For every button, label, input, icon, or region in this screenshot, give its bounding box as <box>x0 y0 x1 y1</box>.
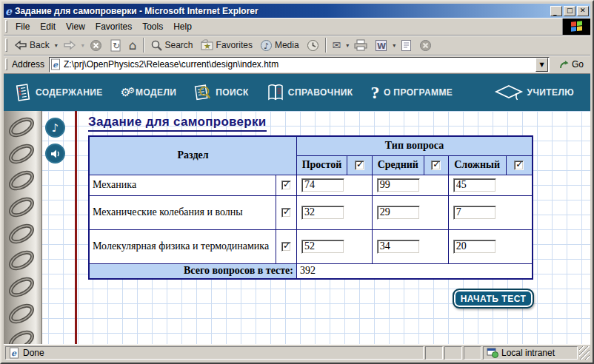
count-input[interactable] <box>453 206 496 220</box>
start-test-button[interactable]: НАЧАТЬ ТЕСТ <box>453 289 534 309</box>
count-input[interactable] <box>453 178 496 192</box>
count-input[interactable] <box>301 240 344 254</box>
section-checkbox[interactable]: ✓ <box>281 181 291 190</box>
addressbar-grip[interactable] <box>5 58 7 71</box>
status-panel-empty <box>425 346 443 360</box>
level-header-medium: Средний <box>372 155 424 175</box>
svg-text:e: e <box>53 60 59 70</box>
svg-text:W: W <box>377 41 386 51</box>
contents-icon <box>14 83 32 102</box>
menu-edit[interactable]: Edit <box>35 19 61 34</box>
intranet-zone-icon <box>487 348 498 358</box>
menubar-grip[interactable] <box>5 20 7 32</box>
count-input[interactable] <box>301 206 344 220</box>
nav-contents-label: СОДЕРЖАНИЕ <box>36 87 103 98</box>
column-header-section: Раздел <box>89 136 297 175</box>
section-checkbox[interactable]: ✓ <box>281 208 291 218</box>
menu-favorites[interactable]: Favorites <box>90 19 137 34</box>
table-row: Механические колебания и волны ✓ <box>89 195 533 229</box>
media-label: Media <box>275 40 299 50</box>
status-page-icon: e <box>9 347 20 359</box>
home-button[interactable]: ⌂ <box>125 36 141 54</box>
count-input[interactable] <box>377 178 420 192</box>
mail-dropdown-caret[interactable]: ▾ <box>344 42 350 49</box>
address-dropdown-button[interactable]: ▼ <box>535 58 548 72</box>
browser-window: e Задание для самопроверки - Microsoft I… <box>0 0 594 364</box>
forward-dropdown-caret[interactable]: ▾ <box>80 42 86 49</box>
table-row: Молекулярная физика и термодинамика ✓ <box>89 229 533 263</box>
nav-models[interactable]: ⚙⚙ МОДЕЛИ <box>121 86 177 99</box>
medium-checkbox-cell: ✓ <box>424 155 448 175</box>
total-value: 392 <box>297 263 533 279</box>
status-bar: e Done Local intranet <box>4 344 590 360</box>
back-button[interactable]: Back <box>10 36 53 54</box>
stop-button[interactable] <box>86 36 106 54</box>
nav-search[interactable]: ПОИСК <box>194 83 249 102</box>
zone-text: Local intranet <box>501 348 555 358</box>
maximize-button[interactable]: □ <box>564 6 575 16</box>
close-button[interactable]: ✕ <box>577 6 589 16</box>
count-input[interactable] <box>377 240 420 254</box>
history-button[interactable] <box>303 36 323 54</box>
discuss-button[interactable] <box>397 36 416 54</box>
easy-checkbox-cell: ✓ <box>347 155 372 175</box>
edit-icon: W <box>375 39 387 52</box>
print-button[interactable] <box>350 36 371 54</box>
menu-view[interactable]: View <box>61 19 90 34</box>
mail-icon: ✉ <box>333 39 341 51</box>
medium-checkbox[interactable]: ✓ <box>431 161 441 170</box>
forward-button[interactable] <box>59 36 80 54</box>
address-label: Address <box>10 59 49 70</box>
media-button[interactable]: ♪ Media <box>256 36 303 54</box>
section-name: Молекулярная физика и термодинамика <box>89 229 276 263</box>
count-input[interactable] <box>453 240 496 254</box>
toolbar-separator <box>325 38 327 53</box>
mail-button[interactable]: ✉ <box>329 36 345 54</box>
toolbar-separator <box>143 38 144 53</box>
hard-checkbox[interactable]: ✓ <box>514 161 524 170</box>
music-toggle-button[interactable]: ♪ <box>45 118 65 138</box>
menu-bar: File Edit View Favorites Tools Help <box>4 18 590 36</box>
back-dropdown-caret[interactable]: ▾ <box>53 42 59 49</box>
stop-icon <box>90 39 102 52</box>
title-bar: e Задание для самопроверки - Microsoft I… <box>4 4 590 18</box>
count-input[interactable] <box>301 178 344 192</box>
svg-text:♪: ♪ <box>264 41 269 51</box>
toolbar-grip[interactable] <box>5 38 7 52</box>
edit-dropdown-caret[interactable]: ▾ <box>391 42 397 49</box>
notebook-page: ♪ Задание для самопроверки Раздел Тип во… <box>4 111 590 346</box>
nav-contents[interactable]: СОДЕРЖАНИЕ <box>14 83 103 102</box>
section-name: Механика <box>89 175 276 195</box>
page-title: Задание для самопроверки <box>88 115 267 132</box>
menu-tools[interactable]: Tools <box>137 19 168 34</box>
book-search-icon <box>194 83 212 102</box>
menu-help[interactable]: Help <box>168 19 197 34</box>
easy-checkbox[interactable]: ✓ <box>355 161 364 170</box>
nav-reference[interactable]: СПРАВОЧНИК <box>267 83 353 102</box>
windows-logo-throbber <box>562 18 590 35</box>
favorites-button[interactable]: ★ Favorites <box>197 36 256 54</box>
questions-table: Раздел Тип вопроса Простой ✓ Средний ✓ С… <box>88 135 533 280</box>
minimize-button[interactable]: _ <box>550 6 562 16</box>
count-input[interactable] <box>377 206 420 220</box>
address-input[interactable] <box>61 58 535 71</box>
favorites-label: Favorites <box>216 40 253 50</box>
search-button[interactable]: Search <box>147 36 197 54</box>
resize-grip[interactable] <box>579 346 590 360</box>
go-button[interactable]: Go <box>554 57 589 72</box>
messenger-button[interactable] <box>416 36 436 54</box>
section-checkbox[interactable]: ✓ <box>281 242 291 252</box>
nav-about[interactable]: ? О ПРОГРАММЕ <box>370 83 453 103</box>
table-row: Механика ✓ <box>89 175 533 195</box>
edit-button[interactable]: W <box>371 36 391 54</box>
status-zone-panel: Local intranet <box>483 346 578 360</box>
question-icon: ? <box>370 83 379 103</box>
column-header-type: Тип вопроса <box>297 136 533 155</box>
nav-teacher[interactable]: УЧИТЕЛЮ <box>494 83 574 102</box>
graduation-cap-icon <box>494 83 524 102</box>
speaker-icon <box>50 149 61 159</box>
menu-file[interactable]: File <box>10 19 35 34</box>
sound-toggle-button[interactable] <box>45 144 65 164</box>
refresh-button[interactable]: ↻ <box>106 36 125 54</box>
back-arrow-icon <box>14 39 27 51</box>
